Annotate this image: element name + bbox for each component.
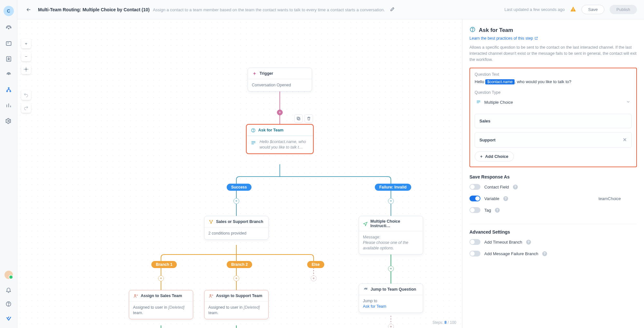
brand-icon[interactable] [5,314,12,322]
toggle-contact-field[interactable] [469,184,480,190]
send-icon [363,221,368,226]
edit-title-button[interactable] [390,7,395,13]
workspace-avatar[interactable]: C [4,6,14,16]
add-after-branch1[interactable]: + [158,275,164,281]
svg-point-17 [253,131,253,131]
svg-point-4 [8,74,9,75]
label-branch-2: Branch 2 [227,261,252,268]
question-type-label: Question Type [475,90,632,95]
delete-node-button[interactable] [305,114,313,123]
question-icon [251,128,256,133]
variable-name-value[interactable]: teamChoice [599,196,637,201]
node-body: Message: Please choose one of the availa… [359,231,423,254]
node-jump[interactable]: Jump to Team Question Jump to Ask for Te… [359,284,423,313]
toggle-tag[interactable] [469,207,480,213]
question-type-select[interactable]: Multiple Choice [475,97,632,107]
notifications-icon[interactable] [5,286,12,293]
warning-icon[interactable] [570,6,576,13]
choice-label: Support [479,138,496,142]
publish-button[interactable]: Publish [610,5,637,14]
zoom-in-button[interactable]: + [21,39,31,48]
workflow-description: Assign a contact to a team member based … [153,7,385,12]
undo-button[interactable] [21,90,31,100]
node-body: Assigned to user in [Deleted] team. [204,302,268,319]
settings-icon[interactable] [5,117,12,124]
contacts-icon[interactable] [5,55,12,63]
node-branch[interactable]: Sales or Support Branch 2 conditions pro… [204,216,269,240]
choice-label: Sales [479,119,490,123]
svg-point-7 [10,91,11,92]
advanced-settings-label: Advanced Settings [469,229,637,235]
user-avatar[interactable] [5,271,13,279]
zoom-out-button[interactable]: − [21,52,31,61]
assign-icon [133,293,138,298]
fit-view-button[interactable] [21,64,31,74]
svg-point-19 [212,220,213,221]
copy-node-button[interactable] [294,114,303,123]
help-icon[interactable]: ? [542,251,547,256]
choice-item[interactable]: Support ✕ [475,132,632,148]
help-icon[interactable]: ? [503,196,508,201]
node-body: Assigned to user in [Deleted] team. [129,302,193,319]
choice-list: Sales Support ✕ [475,114,632,148]
broadcast-icon[interactable] [5,71,12,78]
help-icon[interactable]: ? [526,240,531,245]
label-else: Else [307,261,324,268]
dashboard-icon[interactable] [5,24,12,32]
save-response-label: Save Response As [469,174,637,179]
variable-chip[interactable]: $contact.name [485,79,515,84]
node-assign-sales[interactable]: Assign to Sales Team Assigned to user in… [129,290,193,319]
question-config-box: Question Text Hello $contact.name, who w… [469,68,637,167]
svg-point-22 [210,294,211,296]
toggle-timeout-branch[interactable] [469,239,480,245]
svg-point-24 [472,31,473,31]
node-title: Sales or Support Branch [216,219,263,224]
add-after-trigger[interactable]: + [277,110,283,115]
save-button[interactable]: Save [582,5,605,14]
last-updated-text: Last updated a few seconds ago [505,7,565,12]
assign-icon [208,293,213,298]
workflows-icon[interactable] [5,86,12,93]
help-icon[interactable]: ? [495,208,500,213]
add-after-jump[interactable]: + [388,324,394,328]
add-choice-button[interactable]: + Add Choice [475,151,514,161]
workflow-title: Multi-Team Routing: Multiple Choice by C… [38,7,150,12]
label-branch-1: Branch 1 [151,261,177,268]
svg-point-13 [25,69,27,70]
node-ask-for-team[interactable]: Ask for Team Hello $contact.name, who wo… [246,124,314,154]
learn-best-practices-link[interactable]: Learn the best practices of this step [469,36,637,41]
add-after-else[interactable]: + [311,275,317,281]
add-after-failure[interactable]: + [388,198,394,204]
redo-button[interactable] [21,103,31,113]
toggle-variable[interactable] [469,196,480,201]
text-icon [251,139,256,146]
node-title: Jump to Team Question [371,287,416,292]
add-after-success[interactable]: + [233,198,239,204]
add-after-mc[interactable]: + [388,266,394,272]
left-sidebar: C [0,0,17,328]
plus-icon: + [480,154,483,159]
help-icon[interactable]: ? [513,185,518,189]
svg-point-8 [8,120,9,122]
svg-point-10 [8,305,9,305]
label-success: Success [227,184,251,191]
svg-point-0 [8,28,9,29]
node-body: 2 conditions provided [204,227,268,239]
question-text-label: Question Text [475,72,632,77]
svg-rect-14 [298,118,300,120]
node-mc-instructions[interactable]: Multiple Choice Instructi… Message: Plea… [359,216,423,255]
add-after-branch2[interactable]: + [233,275,239,281]
inbox-icon[interactable] [5,40,12,47]
remove-choice-button[interactable]: ✕ [623,137,627,143]
node-assign-support[interactable]: Assign to Support Team Assigned to user … [204,290,269,319]
choice-item[interactable]: Sales [475,114,632,128]
toggle-tag-row: Tag ? [469,207,637,213]
toggle-message-failure-branch[interactable] [469,251,480,256]
svg-point-5 [8,88,9,89]
help-icon[interactable] [5,300,12,307]
workflow-canvas[interactable]: + − [17,19,462,328]
reports-icon[interactable] [5,102,12,109]
question-text-value[interactable]: Hello $contact.name, who would you like … [475,79,632,84]
node-trigger[interactable]: ✦Trigger Conversation Opened [248,68,312,92]
back-button[interactable] [24,5,33,14]
